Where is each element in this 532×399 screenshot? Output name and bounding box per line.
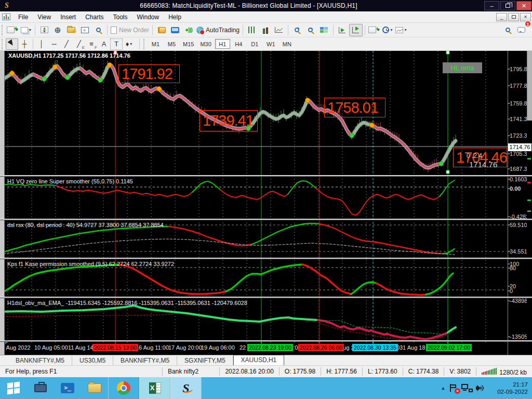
- crosshair-tool[interactable]: ┼: [18, 38, 31, 50]
- menu-charts[interactable]: Charts: [81, 12, 108, 22]
- timeframe-group: M1M5M15M30H1H4D1W1MN: [148, 39, 295, 49]
- horizontal-line-tool[interactable]: ─: [48, 38, 60, 50]
- chart-shift-button[interactable]: [349, 24, 363, 36]
- action-center-button[interactable]: ×: [448, 377, 460, 399]
- chrome-button[interactable]: [108, 377, 139, 399]
- timeframe-M15[interactable]: M15: [180, 39, 196, 49]
- chat-button[interactable]: 1: [514, 24, 528, 36]
- timeframe-H1[interactable]: H1: [215, 39, 230, 49]
- toolbar-grip[interactable]: [2, 25, 4, 35]
- cursor-tool[interactable]: [6, 38, 18, 50]
- text-tool[interactable]: A: [98, 38, 110, 50]
- signals-button[interactable]: ●))): [182, 24, 195, 36]
- periods-button[interactable]: ▾: [381, 24, 394, 36]
- pane-separator[interactable]: [0, 258, 532, 259]
- pane-separator[interactable]: [0, 219, 532, 220]
- chart-tab-banknifty-m5[interactable]: BANKNIFTY#,M5: [8, 356, 72, 365]
- timeframe-M1[interactable]: M1: [148, 39, 163, 49]
- taskbar-clock[interactable]: 21:17 02-09-2022: [488, 381, 532, 395]
- new-chart-button[interactable]: +▾: [6, 24, 19, 36]
- restore-button[interactable]: [500, 1, 515, 10]
- date-label: 10 Aug 05:00: [34, 344, 68, 351]
- metaeditor-button[interactable]: [155, 24, 168, 36]
- menu-view[interactable]: View: [33, 12, 56, 22]
- start-button[interactable]: [0, 377, 27, 399]
- indicators-button[interactable]: +▾: [367, 24, 381, 36]
- bar-chart-button[interactable]: [245, 24, 259, 36]
- vertical-line-tool[interactable]: │: [35, 38, 48, 50]
- price-callout[interactable]: 1791.92: [118, 64, 180, 83]
- date-label: 22: [240, 344, 246, 351]
- clock-date: 02-09-2022: [488, 388, 528, 395]
- tray-expand-icon[interactable]: ▲: [438, 385, 448, 391]
- chart-area[interactable]: XAUUSD,H1 1717.25 1717.56 1712.86 1714.7…: [0, 51, 532, 355]
- notification-badge: 1: [525, 21, 531, 27]
- excel-button[interactable]: X: [139, 377, 170, 399]
- tester-magnifier-icon: [96, 28, 101, 32]
- network-button[interactable]: [460, 377, 474, 399]
- trading-app-button[interactable]: S: [170, 377, 202, 399]
- left-strip: [0, 51, 5, 355]
- status-open: O: 1775.98: [279, 367, 321, 376]
- menu-insert[interactable]: Insert: [56, 12, 81, 22]
- toolbar-grip2[interactable]: [2, 39, 4, 49]
- channel-tool[interactable]: ╱E: [73, 38, 85, 50]
- fibonacci-tool[interactable]: ≡F: [85, 38, 98, 50]
- new-order-button[interactable]: New Order: [110, 24, 150, 36]
- minimize-button[interactable]: –: [484, 1, 499, 10]
- menu-tools[interactable]: Tools: [109, 12, 132, 22]
- strategy-tester-button[interactable]: [91, 24, 105, 36]
- timeframe-H4[interactable]: H4: [231, 39, 246, 49]
- zoom-in-button[interactable]: +: [290, 24, 304, 36]
- line-chart-button[interactable]: [272, 24, 286, 36]
- timeframe-M5[interactable]: M5: [164, 39, 179, 49]
- menu-help[interactable]: Help: [164, 12, 186, 22]
- chart-tab-us30-m5[interactable]: US30,M5: [72, 356, 113, 365]
- vps-button[interactable]: [168, 24, 182, 36]
- status-profile: Bank nifty2: [162, 367, 219, 376]
- child-restore-button[interactable]: [508, 13, 519, 21]
- timeframe-D1[interactable]: D1: [247, 39, 262, 49]
- navigator-button[interactable]: ★: [64, 24, 78, 36]
- data-window-button[interactable]: ⊕: [51, 24, 64, 36]
- timeframe-W1[interactable]: W1: [263, 39, 278, 49]
- timeframe-M30[interactable]: M30: [197, 39, 214, 49]
- pane-separator[interactable]: [0, 297, 532, 298]
- menu-window[interactable]: Window: [132, 12, 164, 22]
- date-axis[interactable]: 8 Aug 202210 Aug 05:0011 Aug 14:016 Aug …: [0, 340, 508, 355]
- toolbar-grip3[interactable]: [143, 39, 146, 49]
- server-manager-button[interactable]: [27, 377, 54, 399]
- close-button[interactable]: ✕: [516, 1, 531, 10]
- hl-oma-label[interactable]: HL oma: [443, 62, 482, 73]
- timeframe-MN[interactable]: MN: [280, 39, 295, 49]
- chart-tab-xauusd-h1[interactable]: XAUUSD,H1: [233, 355, 285, 365]
- market-watch-button[interactable]: ▲▼: [37, 24, 51, 36]
- terminal-button[interactable]: ≡: [78, 24, 91, 36]
- price-callout[interactable]: 1739.41: [200, 110, 258, 131]
- current-price-marker: 1714.76: [508, 143, 531, 151]
- text-label-tool[interactable]: T: [110, 38, 123, 50]
- child-close-button[interactable]: ×: [520, 13, 531, 21]
- autotrading-button[interactable]: AutoTrading: [195, 24, 241, 36]
- pane-separator[interactable]: [0, 340, 532, 342]
- candlestick-button[interactable]: [259, 24, 272, 36]
- volume-button[interactable]: [474, 377, 488, 399]
- powershell-button[interactable]: >_: [54, 377, 81, 399]
- trendline-tool[interactable]: ╱: [60, 38, 73, 50]
- file-explorer-button[interactable]: [81, 377, 108, 399]
- chart-tab-banknifty-m5[interactable]: BANKNIFTY#,M5: [113, 356, 177, 365]
- price-callout[interactable]: 1758.01: [324, 98, 385, 117]
- arrows-tool[interactable]: ♦▾: [123, 38, 135, 50]
- templates-button[interactable]: ▾: [394, 24, 408, 36]
- tile-windows-button[interactable]: [317, 24, 331, 36]
- profiles-button[interactable]: ▾: [19, 24, 33, 36]
- star-icon: ★: [72, 29, 77, 34]
- zoom-out-button[interactable]: −: [304, 24, 317, 36]
- child-minimize-button[interactable]: _: [496, 13, 507, 21]
- search-button[interactable]: [501, 24, 514, 36]
- auto-scroll-button[interactable]: [336, 24, 349, 36]
- pane-separator[interactable]: [0, 175, 532, 177]
- menu-file[interactable]: File: [14, 12, 33, 22]
- chart-tab-sgxnifty-m5[interactable]: SGXNIFTY,M5: [177, 356, 233, 365]
- date-label: 17 Aug 20:00: [168, 344, 202, 351]
